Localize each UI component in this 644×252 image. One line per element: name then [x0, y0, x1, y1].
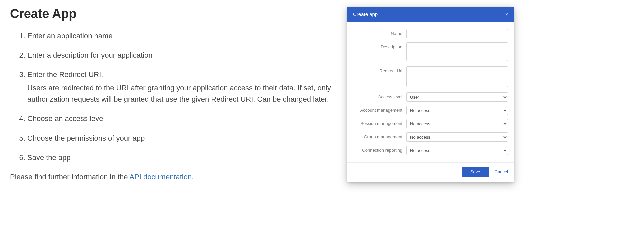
- account-management-select[interactable]: No access: [406, 106, 508, 115]
- list-item: Enter a description for your application: [27, 50, 334, 61]
- list-item-text: Enter a description for your application: [27, 51, 152, 59]
- footnote-prefix: Please find further information in the: [10, 173, 129, 181]
- list-item: Choose the permissions of your app: [27, 133, 334, 144]
- list-item: Save the app: [27, 152, 334, 163]
- list-item: Choose an access level: [27, 113, 334, 124]
- access-level-select[interactable]: User: [406, 92, 508, 102]
- description-label: Description: [353, 42, 406, 49]
- redirect-uri-label: Redirect Uri: [353, 66, 406, 73]
- account-management-label: Account management: [353, 106, 406, 113]
- list-item-text: Save the app: [27, 153, 71, 162]
- form-row-account-management: Account management No access: [353, 106, 508, 115]
- screenshot-column: Create app × Name Description Redirect U…: [347, 7, 634, 245]
- modal-header: Create app ×: [347, 7, 514, 22]
- form-row-access-level: Access level User: [353, 92, 508, 102]
- name-input[interactable]: [406, 29, 508, 38]
- form-row-group-management: Group management No access: [353, 132, 508, 142]
- name-label: Name: [353, 29, 406, 36]
- list-item-text: Enter the Redirect URI.: [27, 70, 103, 79]
- api-documentation-link[interactable]: API documentation: [129, 173, 192, 181]
- session-management-select[interactable]: No access: [406, 119, 508, 128]
- redirect-uri-input[interactable]: [406, 66, 508, 87]
- list-item-text: Enter an application name: [27, 32, 113, 40]
- connection-reporting-label: Connection reporting: [353, 146, 406, 153]
- group-management-label: Group management: [353, 132, 406, 139]
- modal-title: Create app: [353, 11, 378, 17]
- form-row-redirect-uri: Redirect Uri: [353, 66, 508, 88]
- access-level-label: Access level: [353, 92, 406, 99]
- session-management-label: Session management: [353, 119, 406, 126]
- group-management-select[interactable]: No access: [406, 132, 508, 142]
- cancel-button[interactable]: Cancel: [495, 169, 508, 174]
- form-row-session-management: Session management No access: [353, 119, 508, 128]
- list-item-text: Choose the permissions of your app: [27, 134, 145, 142]
- close-icon[interactable]: ×: [505, 12, 508, 17]
- form-row-connection-reporting: Connection reporting No access: [353, 146, 508, 155]
- list-item-text: Choose an access level: [27, 114, 105, 123]
- list-item: Enter the Redirect URI. Users are redire…: [27, 69, 334, 105]
- page-title: Create App: [10, 7, 334, 21]
- connection-reporting-select[interactable]: No access: [406, 146, 508, 155]
- modal-body: Name Description Redirect Uri Access lev…: [347, 22, 514, 162]
- footnote-suffix: .: [192, 173, 194, 181]
- create-app-modal: Create app × Name Description Redirect U…: [347, 7, 514, 182]
- modal-footer: Save Cancel: [347, 162, 514, 182]
- save-button[interactable]: Save: [462, 167, 489, 177]
- instruction-list: Enter an application name Enter a descri…: [10, 30, 334, 163]
- list-item: Enter an application name: [27, 30, 334, 42]
- form-row-description: Description: [353, 42, 508, 62]
- footnote: Please find further information in the A…: [10, 173, 334, 181]
- description-input[interactable]: [406, 42, 508, 61]
- documentation-column: Create App Enter an application name Ent…: [10, 7, 347, 245]
- form-row-name: Name: [353, 29, 508, 38]
- list-item-detail: Users are redirected to the URI after gr…: [27, 82, 334, 105]
